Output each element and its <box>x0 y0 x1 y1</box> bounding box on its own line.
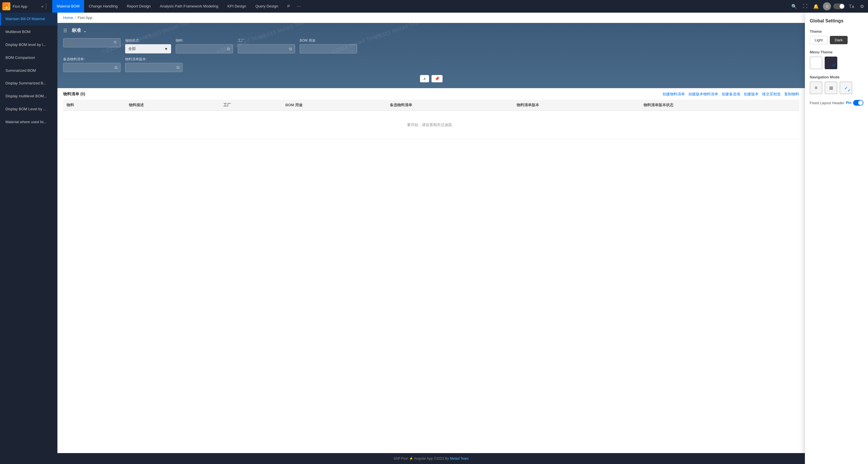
nav-tab-material-bom[interactable]: Material BOM <box>52 0 84 12</box>
table-empty-row: 要开始，请设置相关过滤器。 <box>63 111 799 139</box>
collapse-up-button[interactable]: ∧ <box>420 75 429 83</box>
table-head: 物料 物料描述 工厂 BOM 用途 备选物料清单 物料清单版本 物料清单版本状态 <box>63 100 799 111</box>
footer-link[interactable]: Metad Team <box>450 457 469 461</box>
table-title: 物料清单 (0) <box>63 92 85 97</box>
sidebar-item-display-summarized[interactable]: Display Summarized B... <box>0 77 57 90</box>
notifications-button[interactable]: 🔔 <box>811 3 820 10</box>
nav-mode-options-group: ≡ ⊞ ✓ <box>810 82 863 94</box>
alt-bom-label: 备选物料清单: <box>63 57 121 62</box>
nav-tab-report-design[interactable]: Report Design <box>122 0 155 12</box>
filter-group-bom-usage: BOM 用途 <box>300 38 357 53</box>
edit-status-select[interactable]: 全部 ▼ <box>125 44 171 53</box>
col-plant: 工厂 <box>220 100 282 111</box>
filter-group-edit-status: 编辑状态: 全部 ▼ <box>125 38 171 53</box>
filter-hamburger-icon[interactable]: ☰ <box>63 28 67 33</box>
create-alt-button[interactable]: 创建备选项 <box>722 92 740 97</box>
copy-bom-button[interactable]: 复制物料 <box>784 92 799 97</box>
bom-version-input[interactable]: ⧉ <box>125 63 183 72</box>
collapse-pin-button[interactable]: 📌 <box>431 75 443 83</box>
pin-label: Pin <box>846 101 851 105</box>
nav-collapse-button[interactable]: « <box>40 3 45 10</box>
search-button[interactable]: 🔍 <box>789 3 799 10</box>
nav-tab-change-handling[interactable]: Change Handling <box>84 0 122 12</box>
fullscreen-button[interactable]: ⛶ <box>801 3 809 10</box>
sidebar-item-material-where-used[interactable]: Material where used lis... <box>0 116 57 129</box>
plant-input[interactable]: ⧉ <box>238 44 295 53</box>
table-section: 物料清单 (0) 创建物料清单 创建版本物料清单 创建备选项 创建版本 移交至制… <box>57 88 805 453</box>
bom-usage-input[interactable] <box>300 44 357 53</box>
table-body: 要开始，请设置相关过滤器。 <box>63 111 799 139</box>
col-description: 物料描述 <box>125 100 220 111</box>
table-actions: 创建物料清单 创建版本物料清单 创建备选项 创建版本 移交至制造 复制物料 <box>662 92 799 97</box>
filter-group-material: 物料: ⧉ <box>176 38 233 53</box>
move-to-production-button[interactable]: 移交至制造 <box>762 92 781 97</box>
brand-name: Fiori App <box>12 4 27 9</box>
col-material: 物料 <box>63 100 125 111</box>
material-copy-icon[interactable]: ⧉ <box>227 47 230 52</box>
footer: SAP Fiori ⚡ Angular App ©2023 By Metad T… <box>57 453 805 464</box>
theme-dark-button[interactable]: Dark <box>830 36 847 44</box>
pin-toggle-area: Pin <box>846 100 863 106</box>
filter-row-1: 🔍 编辑状态: 全部 ▼ 物料: <box>63 38 799 53</box>
sidebar: Maintain Bill Of Material Multilevel BOM… <box>0 12 57 464</box>
theme-light-button[interactable]: Light <box>810 36 828 44</box>
filter-title-chevron-icon[interactable]: ⌄ <box>83 28 87 33</box>
sidebar-item-display-bom-level2[interactable]: Display BOM Level by ... <box>0 103 57 116</box>
nav-tab-p[interactable]: P <box>283 0 294 12</box>
menu-theme-dark-option[interactable] <box>825 57 837 69</box>
settings-panel: Global Settings Theme Light Dark Menu Th… <box>805 12 868 464</box>
breadcrumb-home[interactable]: Home <box>63 16 73 20</box>
sidebar-item-multilevel-bom[interactable]: Multilevel BOM <box>0 26 57 38</box>
menu-theme-white-option[interactable] <box>810 57 823 69</box>
nav-more-button[interactable]: ⋯ <box>294 3 303 10</box>
col-bom-version: 物料清单版本 <box>513 100 640 111</box>
nav-tab-kpi-design[interactable]: KPI Design <box>223 0 251 12</box>
breadcrumb-current: Fiori App <box>78 16 92 20</box>
menu-theme-options-group <box>810 57 863 69</box>
alt-bom-copy-icon[interactable]: ⧉ <box>115 65 117 70</box>
bom-version-copy-icon[interactable]: ⧉ <box>177 65 179 70</box>
toggle-knob <box>858 100 863 105</box>
alt-bom-input[interactable]: ⧉ <box>63 63 121 72</box>
create-version-bom-button[interactable]: 创建版本物料清单 <box>688 92 718 97</box>
nav-mode-option-2[interactable]: ⊞ <box>825 82 837 94</box>
edit-status-chevron-icon: ▼ <box>164 47 168 51</box>
nav-mode-label: Navigation Mode <box>810 75 863 79</box>
nav-tab-query-design[interactable]: Query Design <box>251 0 283 12</box>
material-label: 物料: <box>176 38 233 43</box>
settings-nav-button[interactable]: ⚙ <box>858 3 866 10</box>
breadcrumb: Home / Fiori App <box>57 12 805 23</box>
sidebar-item-display-multilevel[interactable]: Display multilevel BOM... <box>0 90 57 103</box>
sidebar-item-bom-comparison[interactable]: BOM Comparison <box>0 52 57 64</box>
theme-buttons-group: Light Dark <box>810 36 863 44</box>
create-bom-button[interactable]: 创建物料清单 <box>662 92 685 97</box>
translate-button[interactable]: Tᴀ <box>847 3 856 10</box>
nav-tab-analysis-path[interactable]: Analysis Path Framework Modeling <box>155 0 223 12</box>
bom-usage-label: BOM 用途 <box>300 38 357 43</box>
sidebar-item-summarized-bom[interactable]: Summarized BOM <box>0 64 57 77</box>
fixed-layout-toggle[interactable] <box>853 100 863 106</box>
nav-actions-group: 🔍 ⛶ 🔔 U Tᴀ ⚙ <box>789 2 866 10</box>
user-avatar[interactable]: U <box>823 2 831 10</box>
table-empty-message: 要开始，请设置相关过滤器。 <box>63 111 799 139</box>
search-input-wrap: 🔍 <box>63 38 121 48</box>
plant-copy-icon[interactable]: ⧉ <box>289 47 292 52</box>
filter-title: 标准 <box>72 28 81 34</box>
app-body: Maintain Bill Of Material Multilevel BOM… <box>0 12 868 464</box>
theme-toggle[interactable] <box>833 3 845 9</box>
table-header-row-cols: 物料 物料描述 工厂 BOM 用途 备选物料清单 物料清单版本 物料清单版本状态 <box>63 100 799 111</box>
settings-theme-section: Theme Light Dark <box>810 29 863 44</box>
create-version2-button[interactable]: 创建版本 <box>744 92 758 97</box>
nav-mode-option-3[interactable]: ✓ <box>840 82 852 94</box>
nav-mode-option-1[interactable]: ≡ <box>810 82 823 94</box>
filter-rows: 🔍 编辑状态: 全部 ▼ 物料: <box>63 38 799 72</box>
menu-theme-label: Menu Theme <box>810 50 863 54</box>
material-input[interactable]: ⧉ <box>176 44 233 53</box>
search-icon-button[interactable]: 🔍 <box>113 40 118 45</box>
settings-menu-theme-section: Menu Theme <box>810 50 863 69</box>
filter-row-2: 备选物料清单: ⧉ 物料清单版本: ⧉ <box>63 57 799 72</box>
sidebar-item-maintain-bom[interactable]: Maintain Bill Of Material <box>0 12 57 26</box>
search-input[interactable] <box>63 38 121 48</box>
sidebar-item-display-bom-level[interactable]: Display BOM level by l... <box>0 38 57 52</box>
brand-icon: 🔥 <box>2 2 10 10</box>
